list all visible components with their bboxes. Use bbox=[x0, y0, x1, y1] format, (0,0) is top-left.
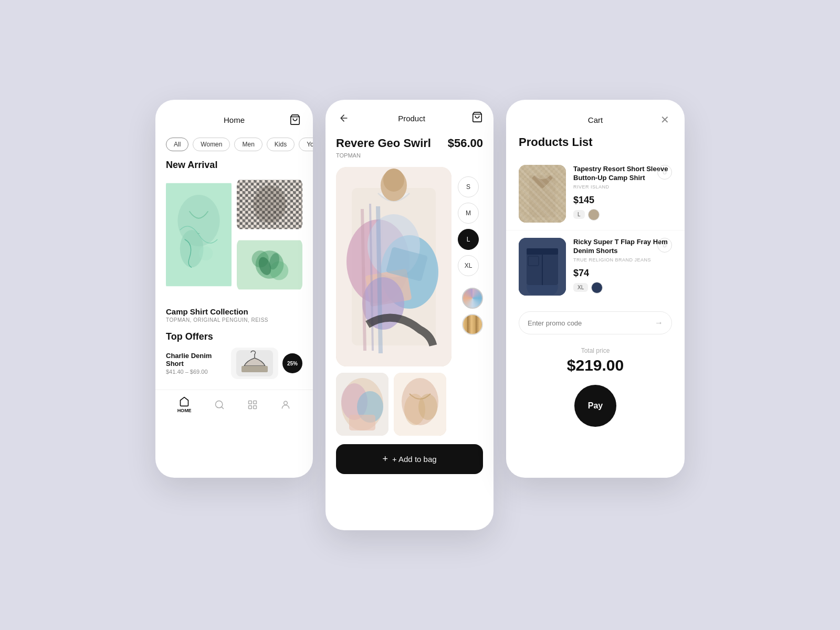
svg-line-38 bbox=[378, 206, 381, 353]
filter-row: All Women Men Kids Young bbox=[155, 133, 313, 160]
home-screen: Home All Women Men Kids Young New Arriva… bbox=[155, 100, 313, 478]
nav-grid[interactable] bbox=[247, 400, 258, 410]
cart-item-1: Tapestry Resort Short Sleeve Button-Up C… bbox=[506, 158, 685, 230]
cart-top-bar: Cart ✕ bbox=[506, 100, 685, 135]
product-card-mint[interactable]: ~ bbox=[166, 177, 232, 292]
promo-arrow-icon: → bbox=[655, 318, 663, 328]
svg-rect-25 bbox=[254, 406, 257, 409]
size-l[interactable]: L bbox=[458, 229, 479, 250]
total-price-label: Total price bbox=[519, 347, 672, 354]
filter-women[interactable]: Women bbox=[193, 138, 230, 151]
cart-item-2-price: $74 bbox=[573, 268, 672, 279]
svg-point-26 bbox=[284, 401, 288, 405]
size-m[interactable]: M bbox=[458, 203, 479, 224]
top-offers-title: Top Offers bbox=[166, 331, 302, 342]
add-to-bag-label: + Add to bag bbox=[392, 455, 437, 464]
filter-young[interactable]: Young bbox=[299, 138, 313, 151]
cart-item-1-image bbox=[519, 165, 566, 223]
product-top-bar: Product bbox=[326, 100, 494, 132]
color-selector bbox=[462, 288, 484, 335]
nav-profile[interactable] bbox=[280, 400, 291, 410]
offer-name: Charlie Denim Short bbox=[166, 352, 231, 368]
collection-title: Camp Shirt Collection bbox=[166, 307, 302, 316]
home-cart-icon[interactable] bbox=[288, 112, 302, 127]
nav-home[interactable]: HOME bbox=[177, 396, 192, 413]
top-offers-section: Top Offers Charlie Denim Short $41.40 – … bbox=[155, 327, 313, 385]
size-selector: S M L XL bbox=[458, 172, 484, 280]
back-button[interactable] bbox=[336, 110, 352, 126]
svg-point-12 bbox=[253, 185, 286, 223]
svg-point-40 bbox=[383, 169, 404, 192]
pay-label: Pay bbox=[588, 401, 603, 411]
product-card-houndstooth[interactable] bbox=[237, 177, 302, 232]
svg-rect-45 bbox=[349, 415, 375, 430]
pay-button[interactable]: Pay bbox=[574, 385, 616, 427]
filter-men[interactable]: Men bbox=[234, 138, 262, 151]
cart-item-1-options: L bbox=[573, 209, 672, 220]
screens-container: Home All Women Men Kids Young New Arriva… bbox=[155, 100, 685, 530]
product-header: Revere Geo Swirl TOPMAN $56.00 bbox=[326, 132, 494, 167]
cart-totals: Total price $219.00 bbox=[506, 343, 685, 385]
cart-item-2-color bbox=[591, 282, 603, 293]
product-grid: ~ bbox=[155, 177, 313, 301]
size-xl[interactable]: XL bbox=[458, 255, 479, 276]
color-swatch-chevron[interactable] bbox=[462, 314, 483, 335]
promo-input-row: → bbox=[506, 303, 685, 343]
home-top-bar: Home bbox=[155, 100, 313, 133]
promo-input-wrapper: → bbox=[519, 311, 672, 334]
product-cart-icon[interactable] bbox=[471, 111, 483, 125]
product-card-floral[interactable] bbox=[237, 237, 302, 292]
filter-all[interactable]: All bbox=[166, 138, 188, 151]
svg-rect-54 bbox=[519, 165, 566, 223]
home-title: Home bbox=[181, 116, 288, 124]
product-price: $56.00 bbox=[448, 136, 483, 150]
color-swatch-pattern[interactable] bbox=[462, 288, 483, 309]
thumb-image-1[interactable] bbox=[336, 373, 388, 436]
offer-hanger-image bbox=[231, 348, 278, 379]
cart-item-2-image bbox=[519, 238, 566, 296]
cart-item-2-remove[interactable]: ○ bbox=[657, 238, 672, 253]
svg-point-3 bbox=[180, 230, 204, 267]
collection-brands: TOPMAN, ORIGINAL PENGUIN, REISS bbox=[166, 317, 302, 323]
svg-point-4 bbox=[199, 246, 213, 260]
offer-discount-badge: 25% bbox=[282, 353, 302, 373]
cart-item-2-options: XL bbox=[573, 282, 672, 293]
promo-code-input[interactable] bbox=[528, 319, 655, 327]
size-s[interactable]: S bbox=[458, 176, 479, 197]
cart-close-button[interactable]: ✕ bbox=[657, 112, 672, 127]
svg-rect-20 bbox=[242, 366, 268, 372]
product-page-title: Product bbox=[398, 114, 425, 123]
cart-item-2-size: XL bbox=[573, 283, 588, 292]
cart-screen: Cart ✕ Products List bbox=[506, 100, 685, 478]
product-screen: Product Revere Geo Swirl TOPMAN $56.00 bbox=[326, 100, 494, 530]
nav-explore[interactable] bbox=[214, 400, 225, 410]
offer-info: Charlie Denim Short $41.40 – $69.00 bbox=[166, 352, 231, 375]
svg-rect-22 bbox=[249, 401, 252, 404]
add-to-bag-button[interactable]: + + Add to bag bbox=[336, 444, 483, 474]
products-list-title: Products List bbox=[506, 135, 685, 158]
nav-home-label: HOME bbox=[177, 408, 192, 413]
product-brand: TOPMAN bbox=[336, 152, 431, 159]
svg-text:~: ~ bbox=[197, 232, 200, 236]
cart-item-1-price: $145 bbox=[573, 195, 672, 206]
cart-item-2: Ricky Super T Flap Fray Hem Denim Shorts… bbox=[506, 230, 685, 303]
product-name-block: Revere Geo Swirl TOPMAN bbox=[336, 136, 431, 159]
offer-item[interactable]: Charlie Denim Short $41.40 – $69.00 bbox=[166, 348, 302, 379]
main-product-image bbox=[336, 167, 452, 366]
bottom-nav: HOME bbox=[155, 390, 313, 424]
svg-rect-58 bbox=[527, 248, 558, 255]
cart-item-1-brand: RIVER ISLAND bbox=[573, 184, 672, 190]
filter-kids[interactable]: Kids bbox=[267, 138, 295, 151]
thumb-image-2[interactable] bbox=[394, 373, 446, 436]
add-icon: + bbox=[382, 454, 388, 465]
collection-info: Camp Shirt Collection TOPMAN, ORIGINAL P… bbox=[155, 301, 313, 327]
svg-rect-23 bbox=[254, 401, 257, 404]
cart-item-1-size: L bbox=[573, 210, 585, 219]
cart-item-1-color bbox=[588, 209, 600, 220]
new-arrival-title: New Arrival bbox=[155, 160, 313, 177]
svg-rect-50 bbox=[519, 165, 566, 223]
product-name: Revere Geo Swirl bbox=[336, 136, 431, 150]
cart-item-1-remove[interactable]: ○ bbox=[657, 165, 672, 180]
product-visual-row: S M L XL bbox=[326, 167, 494, 366]
cart-item-2-brand: TRUE RELIGION BRAND JEANS bbox=[573, 257, 672, 262]
